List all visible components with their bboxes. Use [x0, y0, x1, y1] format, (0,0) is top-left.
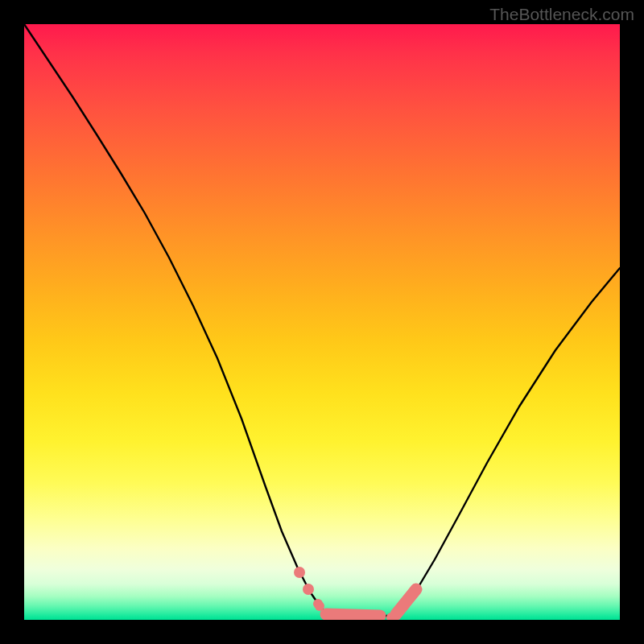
bead-dot — [294, 567, 305, 578]
chart-svg — [24, 24, 620, 620]
bead-bar — [326, 614, 380, 616]
plot-area — [24, 24, 620, 620]
watermark-text: TheBottleneck.com — [489, 5, 634, 24]
bottleneck-curve-right — [394, 268, 620, 616]
bead-markers — [294, 567, 416, 620]
bead-dot — [303, 584, 314, 595]
bead-bar — [396, 589, 416, 614]
chart-frame: TheBottleneck.com — [0, 0, 644, 644]
bottleneck-curve-left — [24, 24, 330, 616]
